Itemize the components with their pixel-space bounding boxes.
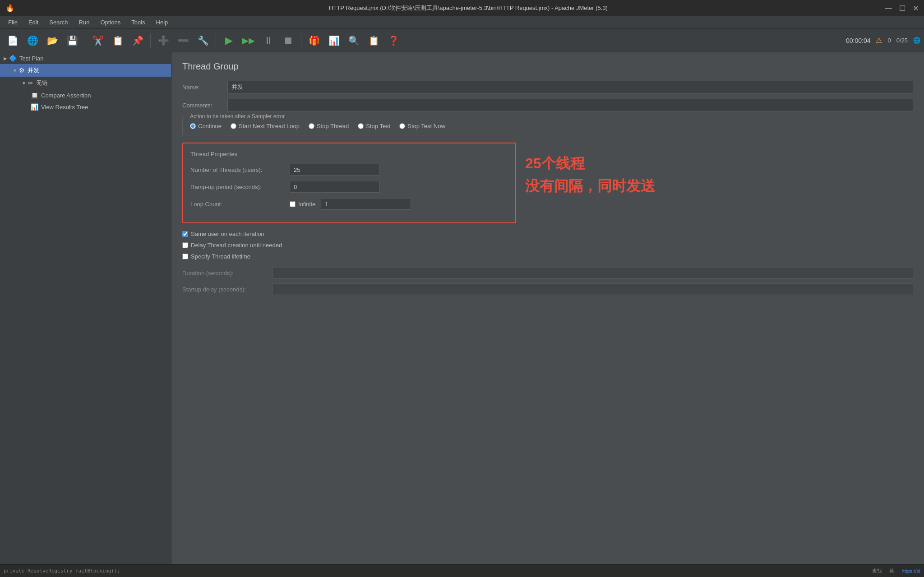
status-url: https://bl (901, 568, 920, 574)
same-user-checkbox[interactable] (182, 231, 188, 237)
name-row: Name: (182, 81, 913, 93)
new-button[interactable]: 📄 (4, 32, 22, 50)
warning-icon: ⚠ (876, 36, 882, 45)
delay-thread-checkbox[interactable] (182, 242, 188, 248)
testplan-label: Test Plan (19, 55, 43, 62)
templates-button[interactable]: 🌐 (23, 32, 42, 50)
compare-label: Compare Assertion (41, 92, 91, 99)
loopcount-row: Loop Count: Infinite (190, 198, 508, 210)
radio-continue-label: Continue (198, 123, 222, 129)
specify-lifetime-checkbox[interactable] (182, 254, 188, 259)
toolbar-separator-4 (301, 33, 301, 48)
delay-thread-checkbox-label[interactable]: Delay Thread creation until needed (182, 242, 913, 249)
menu-file[interactable]: File (4, 18, 22, 27)
infinite-checkbox[interactable] (290, 201, 296, 207)
radio-stop-thread[interactable]: Stop Thread (309, 123, 349, 129)
list-button[interactable]: 📋 (365, 32, 383, 50)
rampup-label: Ramp-up period (seconds): (190, 184, 290, 190)
annotation-interval: 没有间隔，同时发送 (525, 176, 655, 196)
options-section: Same user on each iteration Delay Thread… (182, 231, 913, 260)
menu-run[interactable]: Run (74, 18, 94, 27)
status-find[interactable]: 查找 (872, 568, 882, 574)
close-button[interactable]: ✕ (913, 4, 919, 12)
maximize-button[interactable]: ☐ (899, 4, 906, 12)
comments-label: Comments: (182, 102, 227, 109)
status-code-text: private ResolveRegistry failBlocking(); (4, 568, 120, 574)
menu-bar: File Edit Search Run Options Tools Help (0, 16, 924, 29)
sidebar-item-viewresults[interactable]: 📊 View Results Tree (0, 101, 171, 113)
sidebar-item-compare[interactable]: 🔲 Compare Assertion (0, 89, 171, 101)
radio-stop-test-now[interactable]: Stop Test Now (399, 123, 445, 129)
search-toolbar-button[interactable]: 🔍 (345, 32, 363, 50)
menu-tools[interactable]: Tools (127, 18, 149, 27)
rampup-input[interactable] (290, 181, 380, 193)
bingfa-icon: ⚙ (19, 67, 25, 74)
panel-title: Thread Group (182, 61, 913, 72)
toolbar-separator-1 (85, 33, 85, 48)
menu-options[interactable]: Options (96, 18, 125, 27)
timer-display: 00:00:04 (846, 37, 871, 44)
globe-icon: 🌐 (913, 37, 920, 44)
minimize-button[interactable]: — (885, 4, 892, 12)
start-no-pause-button[interactable]: ▶▶ (240, 32, 258, 50)
duration-row: Duration (seconds): (182, 267, 913, 279)
status-lang: 英 (889, 568, 894, 574)
save-button[interactable]: 💾 (63, 32, 81, 50)
jar-button[interactable]: 🎁 (305, 32, 323, 50)
title-bar: 🔥 HTTP Request.jmx (D:\软件安装\压测工具\apache-… (0, 0, 924, 16)
same-user-checkbox-label[interactable]: Same user on each iteration (182, 231, 913, 237)
comments-input[interactable] (227, 99, 913, 111)
add-button[interactable]: ➕ (154, 32, 172, 50)
duration-input[interactable] (273, 267, 913, 279)
open-button[interactable]: 📂 (43, 32, 61, 50)
radio-stop-test-label: Stop Test (366, 123, 390, 129)
compare-icon: 🔲 (31, 92, 38, 99)
menu-help[interactable]: Help (152, 18, 173, 27)
main-layout: ▶ 🔷 Test Plan ▼ ⚙ 并发 ▼ ✏ 无链 🔲 Compare As… (0, 52, 924, 564)
paste-button[interactable]: 📌 (129, 32, 147, 50)
delay-thread-label: Delay Thread creation until needed (191, 242, 282, 249)
sidebar-item-wulian[interactable]: ▼ ✏ 无链 (0, 77, 171, 89)
sidebar-item-bingfa[interactable]: ▼ ⚙ 并发 (0, 64, 171, 77)
radio-stop-test[interactable]: Stop Test (358, 123, 390, 129)
radio-start-next[interactable]: Start Next Thread Loop (231, 123, 300, 129)
menu-edit[interactable]: Edit (24, 18, 43, 27)
threads-input[interactable] (290, 164, 380, 175)
duration-label: Duration (seconds): (182, 270, 273, 277)
startup-delay-input[interactable] (273, 283, 913, 295)
radio-stop-test-now-label: Stop Test Now (407, 123, 445, 129)
start-button[interactable]: ▶ (220, 32, 238, 50)
wulian-label: 无链 (36, 79, 48, 87)
threads-row: Number of Threads (users): (190, 164, 508, 175)
infinite-checkbox-label[interactable]: Infinite (290, 201, 315, 208)
startup-delay-row: Startup delay (seconds): (182, 283, 913, 295)
stop-button[interactable]: ⏹ (279, 32, 297, 50)
specify-lifetime-checkbox-label[interactable]: Specify Thread lifetime (182, 253, 913, 260)
cut-button[interactable]: ✂️ (89, 32, 107, 50)
menu-search[interactable]: Search (45, 18, 72, 27)
loop-count-input[interactable] (321, 198, 411, 210)
content-area: Thread Group Name: Comments: Action to b… (171, 52, 924, 564)
radio-start-next-label: Start Next Thread Loop (239, 123, 300, 129)
radio-continue[interactable]: Continue (190, 123, 222, 129)
toolbar-separator-3 (216, 33, 216, 48)
loopcount-label: Loop Count: (190, 201, 290, 208)
sampler-error-section: Action to be taken after a Sampler error… (182, 117, 913, 135)
help-button[interactable]: ❓ (384, 32, 402, 50)
thread-props-legend: Thread Properties (190, 151, 508, 157)
thread-props-wrapper: Thread Properties Number of Threads (use… (182, 143, 913, 231)
sidebar-item-testplan[interactable]: ▶ 🔷 Test Plan (0, 52, 171, 64)
toolbar-right: 00:00:04 ⚠ 0 0/25 🌐 (846, 36, 920, 45)
copy-button[interactable]: 📋 (109, 32, 127, 50)
remove-button[interactable]: ➖ (174, 32, 192, 50)
pause-button[interactable]: ⏸ (259, 32, 277, 50)
infinite-label: Infinite (298, 201, 315, 208)
report-button[interactable]: 📊 (325, 32, 343, 50)
loop-controls: Infinite (290, 198, 411, 210)
wulian-icon: ✏ (28, 79, 33, 87)
name-input[interactable] (227, 81, 913, 93)
annotation-threads: 25个线程 (525, 154, 585, 174)
settings-button[interactable]: 🔧 (194, 32, 212, 50)
app-icon: 🔥 (5, 4, 14, 12)
sidebar: ▶ 🔷 Test Plan ▼ ⚙ 并发 ▼ ✏ 无链 🔲 Compare As… (0, 52, 171, 564)
